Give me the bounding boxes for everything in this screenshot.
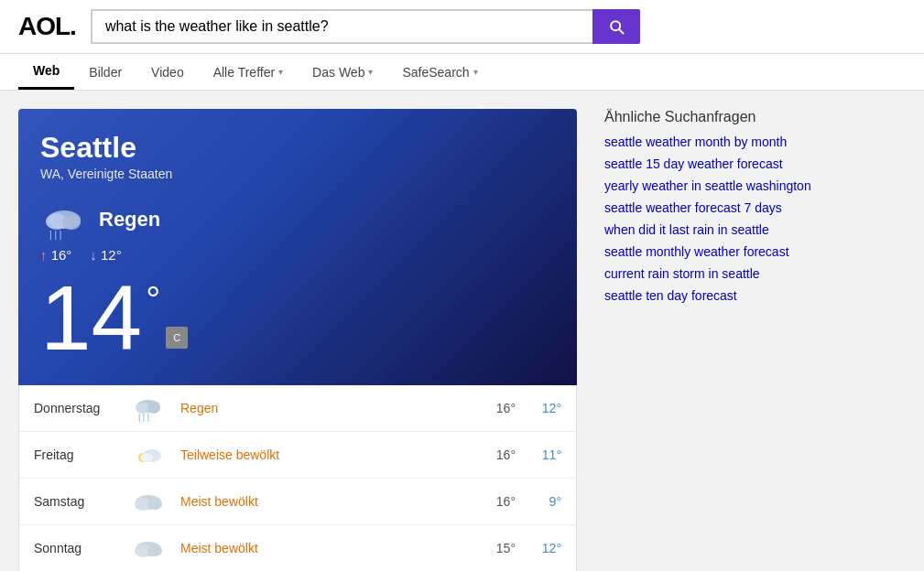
day-name: Freitag [34, 447, 116, 462]
temp-low: 11° [525, 447, 561, 462]
condition-text: Regen [180, 401, 470, 415]
condition-text: Meist bewölkt [180, 494, 470, 509]
main-content: Seattle WA, Vereinigte Staaten | | | Reg… [0, 91, 924, 571]
temp-arrow-up: ↑ 16° [40, 247, 71, 263]
current-temperature: 14 ° [40, 272, 160, 363]
svg-point-13 [147, 499, 162, 510]
cloudy-icon [125, 534, 171, 562]
weather-condition-row: | | | Regen [40, 199, 555, 240]
down-arrow-icon: ↓ [90, 247, 97, 263]
city-name: Seattle [40, 131, 555, 165]
related-link-7[interactable]: seattle ten day forecast [604, 288, 906, 303]
day-name: Donnerstag [34, 401, 116, 415]
svg-text:| | |: | | | [49, 230, 61, 240]
temp-low: 12° [525, 401, 561, 415]
svg-point-10 [140, 453, 153, 462]
unit-c-button[interactable]: C [166, 327, 188, 349]
aol-logo: AOL. [18, 12, 76, 41]
up-arrow-icon: ↑ [40, 247, 48, 263]
temp-arrow-down: ↓ 12° [90, 247, 121, 263]
search-icon [607, 17, 625, 36]
related-link-5[interactable]: seattle monthly weather forecast [604, 244, 906, 259]
forecast-table: Donnerstag | | | Regen 16° 12° Freitag [18, 385, 577, 571]
partly-cloudy-icon [125, 441, 171, 469]
unit-toggle: C [166, 327, 188, 349]
chevron-down-icon: ▾ [278, 67, 283, 77]
temp-high: 16° [479, 401, 516, 415]
related-link-6[interactable]: current rain storm in seattle [604, 266, 906, 281]
nav-bar: Web Bilder Video Alle Treffer ▾ Das Web … [0, 54, 924, 91]
temp-high: 16° [479, 494, 516, 509]
temp-high: 16° [479, 447, 516, 462]
header: AOL. [0, 0, 924, 54]
search-bar [91, 9, 640, 44]
condition-label: Regen [99, 208, 160, 232]
forecast-row: Samstag Meist bewölkt 16° 9° [19, 479, 576, 525]
related-link-4[interactable]: when did it last rain in seattle [604, 222, 906, 237]
nav-item-safesearch[interactable]: SafeSearch ▾ [387, 56, 492, 89]
temp-range: ↑ 16° ↓ 12° [40, 247, 555, 263]
nav-item-alle-treffer[interactable]: Alle Treffer ▾ [199, 56, 298, 89]
search-input[interactable] [91, 9, 592, 44]
related-link-0[interactable]: seattle weather month by month [604, 135, 906, 149]
day-name: Samstag [34, 494, 116, 509]
cloudy-icon [125, 488, 171, 515]
search-button[interactable] [592, 9, 640, 44]
temp-low: 9° [525, 494, 561, 509]
related-link-2[interactable]: yearly weather in seattle washington [604, 178, 906, 193]
svg-point-16 [147, 545, 162, 556]
nav-item-bilder[interactable]: Bilder [74, 56, 136, 89]
forecast-row: Sonntag Meist bewölkt 15° 12° [19, 525, 576, 571]
related-link-1[interactable]: seattle 15 day weather forecast [604, 156, 906, 171]
svg-text:| | |: | | | [138, 413, 149, 422]
rain-icon: | | | [125, 394, 171, 422]
condition-text: Teilweise bewölkt [180, 447, 470, 462]
degree-symbol: ° [146, 281, 160, 318]
sidebar: Ähnliche Suchanfragen seattle weather mo… [604, 109, 906, 571]
chevron-down-icon: ▾ [473, 67, 478, 77]
temp-high: 15° [479, 541, 516, 555]
rain-cloud-icon: | | | [40, 199, 88, 240]
sidebar-title: Ähnliche Suchanfragen [604, 109, 906, 125]
weather-widget: Seattle WA, Vereinigte Staaten | | | Reg… [18, 109, 577, 571]
temp-low: 12° [525, 541, 561, 555]
condition-text: Meist bewölkt [180, 541, 470, 555]
chevron-down-icon: ▾ [368, 67, 373, 77]
svg-point-6 [147, 403, 160, 414]
nav-item-das-web[interactable]: Das Web ▾ [298, 56, 387, 89]
forecast-row: Donnerstag | | | Regen 16° 12° [19, 385, 576, 432]
weather-main-panel: Seattle WA, Vereinigte Staaten | | | Reg… [18, 109, 577, 385]
nav-item-web[interactable]: Web [18, 54, 74, 90]
day-name: Sonntag [34, 541, 116, 555]
city-region: WA, Vereinigte Staaten [40, 167, 555, 181]
related-link-3[interactable]: seattle weather forecast 7 days [604, 200, 906, 215]
nav-item-video[interactable]: Video [136, 56, 199, 89]
svg-point-2 [62, 215, 81, 230]
forecast-row: Freitag Teilweise bewölkt 16° 11° [19, 432, 576, 479]
